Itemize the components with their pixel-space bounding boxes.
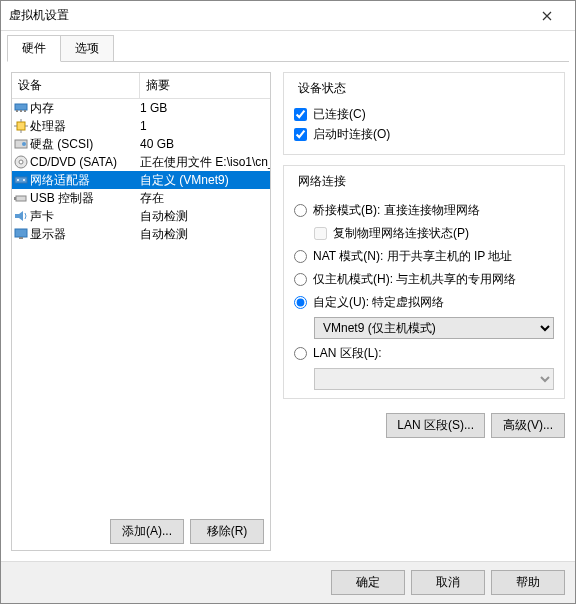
device-name: 网络适配器 — [30, 172, 140, 189]
svg-rect-0 — [15, 104, 27, 110]
device-summary: 自动检测 — [140, 208, 270, 225]
tabstrip: 硬件 选项 — [1, 31, 575, 62]
disk-icon — [12, 138, 30, 150]
nat-input[interactable] — [294, 250, 307, 263]
svg-rect-16 — [16, 196, 26, 201]
dialog-footer: 确定 取消 帮助 — [1, 561, 575, 603]
svg-rect-20 — [19, 237, 23, 239]
nat-radio[interactable]: NAT 模式(N): 用于共享主机的 IP 地址 — [294, 248, 554, 265]
bridged-input[interactable] — [294, 204, 307, 217]
lan-segments-button[interactable]: LAN 区段(S)... — [386, 413, 485, 438]
cancel-button[interactable]: 取消 — [411, 570, 485, 595]
content-area: 设备 摘要 内存1 GB处理器1硬盘 (SCSI)40 GBCD/DVD (SA… — [1, 62, 575, 561]
device-summary: 正在使用文件 E:\iso1\cn_win... — [140, 154, 270, 171]
device-name: 处理器 — [30, 118, 140, 135]
tab-options[interactable]: 选项 — [60, 35, 114, 62]
svg-marker-18 — [15, 211, 23, 221]
window-title: 虚拟机设置 — [9, 7, 527, 24]
device-summary: 1 GB — [140, 101, 270, 115]
device-summary: 40 GB — [140, 137, 270, 151]
cd-icon — [12, 155, 30, 169]
table-row[interactable]: 网络适配器自定义 (VMnet9) — [12, 171, 270, 189]
device-panel: 设备 摘要 内存1 GB处理器1硬盘 (SCSI)40 GBCD/DVD (SA… — [11, 72, 271, 551]
remove-button[interactable]: 移除(R) — [190, 519, 264, 544]
device-status-title: 设备状态 — [294, 80, 350, 97]
bridged-radio[interactable]: 桥接模式(B): 直接连接物理网络 — [294, 202, 554, 219]
svg-rect-19 — [15, 229, 27, 237]
device-name: USB 控制器 — [30, 190, 140, 207]
lan-select — [314, 368, 554, 390]
custom-network-select[interactable]: VMnet9 (仅主机模式) — [314, 317, 554, 339]
usb-icon — [12, 192, 30, 204]
device-name: CD/DVD (SATA) — [30, 155, 140, 169]
table-row[interactable]: USB 控制器存在 — [12, 189, 270, 207]
settings-panel: 设备状态 已连接(C) 启动时连接(O) 网络连接 桥接模式(B): 直接连接物… — [283, 72, 565, 551]
svg-point-12 — [19, 160, 23, 164]
replicate-input — [314, 227, 327, 240]
device-summary: 存在 — [140, 190, 270, 207]
hostonly-radio[interactable]: 仅主机模式(H): 与主机共享的专用网络 — [294, 271, 554, 288]
tab-hardware[interactable]: 硬件 — [7, 35, 61, 62]
ok-button[interactable]: 确定 — [331, 570, 405, 595]
advanced-button[interactable]: 高级(V)... — [491, 413, 565, 438]
poweron-input[interactable] — [294, 128, 307, 141]
device-name: 声卡 — [30, 208, 140, 225]
svg-point-14 — [17, 179, 19, 181]
svg-rect-2 — [20, 110, 22, 112]
add-button[interactable]: 添加(A)... — [110, 519, 184, 544]
close-button[interactable] — [527, 1, 567, 31]
connected-checkbox[interactable]: 已连接(C) — [294, 106, 554, 123]
svg-point-10 — [22, 142, 26, 146]
svg-point-15 — [23, 179, 25, 181]
display-icon — [12, 228, 30, 240]
device-name: 内存 — [30, 100, 140, 117]
network-title: 网络连接 — [294, 173, 350, 190]
table-row[interactable]: 处理器1 — [12, 117, 270, 135]
help-button[interactable]: 帮助 — [491, 570, 565, 595]
svg-rect-13 — [15, 177, 27, 183]
replicate-checkbox: 复制物理网络连接状态(P) — [314, 225, 554, 242]
network-buttons: LAN 区段(S)... 高级(V)... — [283, 413, 565, 438]
device-table-header: 设备 摘要 — [12, 73, 270, 99]
cpu-icon — [12, 119, 30, 133]
svg-rect-4 — [17, 122, 25, 130]
hostonly-input[interactable] — [294, 273, 307, 286]
svg-rect-1 — [16, 110, 18, 112]
table-row[interactable]: CD/DVD (SATA)正在使用文件 E:\iso1\cn_win... — [12, 153, 270, 171]
connected-input[interactable] — [294, 108, 307, 121]
device-name: 显示器 — [30, 226, 140, 243]
table-row[interactable]: 声卡自动检测 — [12, 207, 270, 225]
device-list: 内存1 GB处理器1硬盘 (SCSI)40 GBCD/DVD (SATA)正在使… — [12, 99, 270, 513]
col-device[interactable]: 设备 — [12, 73, 140, 98]
table-row[interactable]: 硬盘 (SCSI)40 GB — [12, 135, 270, 153]
device-summary: 自定义 (VMnet9) — [140, 172, 270, 189]
device-buttons: 添加(A)... 移除(R) — [12, 513, 270, 550]
device-status-group: 设备状态 已连接(C) 启动时连接(O) — [283, 72, 565, 155]
svg-rect-17 — [14, 197, 16, 200]
lan-input[interactable] — [294, 347, 307, 360]
svg-rect-3 — [24, 110, 26, 112]
device-name: 硬盘 (SCSI) — [30, 136, 140, 153]
table-row[interactable]: 显示器自动检测 — [12, 225, 270, 243]
memory-icon — [12, 103, 30, 113]
device-summary: 1 — [140, 119, 270, 133]
network-group: 网络连接 桥接模式(B): 直接连接物理网络 复制物理网络连接状态(P) NAT… — [283, 165, 565, 399]
custom-radio[interactable]: 自定义(U): 特定虚拟网络 — [294, 294, 554, 311]
sound-icon — [12, 210, 30, 222]
network-icon — [12, 174, 30, 186]
titlebar: 虚拟机设置 — [1, 1, 575, 31]
poweron-checkbox[interactable]: 启动时连接(O) — [294, 126, 554, 143]
table-row[interactable]: 内存1 GB — [12, 99, 270, 117]
col-summary[interactable]: 摘要 — [140, 73, 270, 98]
device-summary: 自动检测 — [140, 226, 270, 243]
close-icon — [542, 11, 552, 21]
custom-input[interactable] — [294, 296, 307, 309]
lan-radio[interactable]: LAN 区段(L): — [294, 345, 554, 362]
